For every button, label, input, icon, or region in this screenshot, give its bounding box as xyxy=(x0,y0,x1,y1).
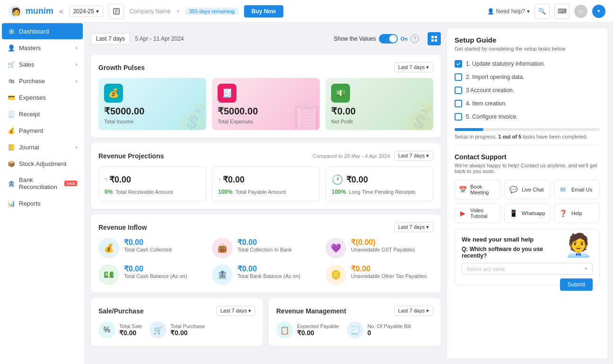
dashboard-main: Last 7 days 5 Apr - 11 Apr 2024 Show the… xyxy=(91,28,441,358)
sidebar-label-reports: Reports xyxy=(19,200,41,207)
revenue-mgmt-row: 📋 Expected Payable ₹0.00 🧾 No. Of Payabl… xyxy=(276,321,433,338)
help-circle-icon[interactable]: ? xyxy=(411,35,419,43)
collapse-button[interactable]: « xyxy=(59,7,63,16)
tax-icon: 🪙 xyxy=(325,264,346,285)
task-checkbox-4[interactable] xyxy=(455,113,462,121)
sale-icon: % xyxy=(98,321,115,338)
task-label-4: 5. Configure invoice. xyxy=(466,113,517,120)
receivable-arrow: ↑ ₹0.00 xyxy=(105,173,200,187)
sidebar-icon-stock: 📦 xyxy=(8,160,15,167)
sidebar-label-stock: Stock Adjustment xyxy=(19,160,66,167)
setup-task-2[interactable]: 3 Account creation. xyxy=(455,84,600,97)
user-menu[interactable]: ▾ xyxy=(592,5,605,18)
arrow-icon-purchase: › xyxy=(76,78,77,84)
content-area: Last 7 days 5 Apr - 11 Apr 2024 Show the… xyxy=(85,23,613,364)
support-book-meeting[interactable]: 📅 Book Meeting xyxy=(455,180,500,199)
revenue-proj-filter[interactable]: Last 7 days ▾ xyxy=(394,151,433,161)
avatar[interactable]: U xyxy=(574,5,587,18)
sidebar-item-dashboard[interactable]: ⊞ Dashboard xyxy=(2,23,83,39)
sidebar-item-masters[interactable]: 👤 Masters › xyxy=(2,40,83,56)
sidebar-label-purchase: Purchase xyxy=(19,78,45,85)
sidebar-item-stock[interactable]: 📦 Stock Adjustment xyxy=(2,156,83,172)
setup-progress-bar-container xyxy=(455,128,600,131)
support-email-us[interactable]: ✉ Email Us xyxy=(554,180,600,199)
setup-title: Setup Guide xyxy=(455,36,600,44)
grid-view-button[interactable] xyxy=(428,32,441,45)
contact-support: Contact Support We're always happy to he… xyxy=(455,153,600,223)
whatsapp-icon: 📱 xyxy=(508,208,519,219)
growth-pulses-filter[interactable]: Last 7 days ▾ xyxy=(394,62,433,72)
support-video-tutorial[interactable]: ▶ Video Tutorial xyxy=(455,203,500,223)
inflow-grid: 💰 ₹0.00 Total Cash Collected 👜 ₹0.00 Tot… xyxy=(98,238,433,285)
setup-progress-text: Setup in progress, 1 out of 5 tasks have… xyxy=(455,134,600,139)
bill-icon: 🧾 xyxy=(347,321,364,338)
show-values-toggle[interactable] xyxy=(379,34,398,43)
setup-task-1[interactable]: 2. Import opening data. xyxy=(455,70,600,84)
sale-purchase-filter[interactable]: Last 7 days ▾ xyxy=(216,306,255,316)
receivable-amount: ↑ ₹0.00 0% Total Receivable Amount xyxy=(98,166,206,201)
search-button[interactable]: 🔍 xyxy=(534,4,550,19)
sidebar-icon-expenses: 💳 xyxy=(8,94,15,101)
sidebar-item-journal[interactable]: 📒 Journal › xyxy=(2,139,83,155)
sidebar-icon-receipt: 🧾 xyxy=(8,110,15,118)
task-checkbox-3[interactable] xyxy=(455,100,462,107)
sidebar: ⊞ Dashboard 👤 Masters › 🛒 Sales › 🛍 Purc… xyxy=(0,23,85,364)
profit-icon: 💵 xyxy=(331,84,350,103)
sidebar-label-sales: Sales xyxy=(19,61,35,68)
expenses-icon: 🧾 xyxy=(218,84,236,103)
small-help-panel: We need your small help Q: Which softwar… xyxy=(455,229,600,286)
buy-now-button[interactable]: Buy Now xyxy=(244,5,283,17)
compared-text: Compared to 29 Mar - 4 Apr 2024 xyxy=(313,153,390,159)
sidebar-icon-masters: 👤 xyxy=(8,44,15,52)
sidebar-item-receipt[interactable]: 🧾 Receipt xyxy=(2,106,83,122)
revenue-mgmt-filter[interactable]: Last 7 days ▾ xyxy=(394,306,433,316)
edit-icon-btn[interactable] xyxy=(109,4,124,19)
growth-pulses-card: Growth Pulses Last 7 days ▾ 💰 ₹5000.00 T… xyxy=(91,55,441,138)
sidebar-label-receipt: Receipt xyxy=(19,111,40,118)
beta-badge: Beta xyxy=(64,181,77,186)
svg-rect-6 xyxy=(431,36,434,38)
year-selector[interactable]: 2024-25 ▾ xyxy=(69,6,103,17)
revenue-inflow-filter[interactable]: Last 7 days ▾ xyxy=(394,222,433,232)
main-area: ⊞ Dashboard 👤 Masters › 🛒 Sales › 🛍 Purc… xyxy=(0,23,613,364)
support-help[interactable]: ❓ Help xyxy=(554,203,600,223)
revenue-inflow-card: Revenue Inflow Last 7 days ▾ 💰 ₹0.00 Tot… xyxy=(91,215,441,293)
topbar-right: 👤 Need help? ▾ 🔍 ⌨ U ▾ xyxy=(487,4,605,19)
net-profit-card: 💵 ₹0.00 Net Profit 💰 xyxy=(325,78,433,130)
task-checkbox-0[interactable] xyxy=(455,60,462,68)
support-grid: 📅 Book Meeting 💬 Live Chat ✉ Email Us ▶ … xyxy=(455,180,600,223)
sidebar-item-reports[interactable]: 📊 Reports xyxy=(2,195,83,211)
gst-icon: 💜 xyxy=(325,238,346,259)
task-checkbox-1[interactable] xyxy=(455,73,462,81)
sidebar-label-dashboard: Dashboard xyxy=(19,28,49,35)
sidebar-icon-reports: 📊 xyxy=(8,199,15,207)
task-checkbox-2[interactable] xyxy=(455,87,462,94)
email-us-label: Email Us xyxy=(571,187,592,192)
help-label: Help xyxy=(571,210,582,216)
arrow-icon-masters: › xyxy=(76,45,77,51)
sidebar-item-bank[interactable]: 🏦 Bank Reconciliation Beta xyxy=(2,172,83,195)
need-help-button[interactable]: 👤 Need help? ▾ xyxy=(487,8,530,15)
setup-task-0[interactable]: 1. Update statutory information. xyxy=(455,57,600,70)
purchase-icon: 🛒 xyxy=(149,321,166,338)
bottom-grid: Sale/Purchase Last 7 days ▾ % Total Sale… xyxy=(91,298,441,352)
revenue-mgmt-title: Revenue Management xyxy=(276,307,346,315)
sidebar-item-expenses[interactable]: 💳 Expenses xyxy=(2,89,83,105)
sidebar-item-purchase[interactable]: 🛍 Purchase › xyxy=(2,73,83,89)
setup-task-4[interactable]: 5. Configure invoice. xyxy=(455,110,600,123)
sidebar-label-bank: Bank Reconciliation xyxy=(19,176,59,191)
support-whatsapp[interactable]: 📱 Whatsapp xyxy=(504,203,550,223)
sale-purchase-title: Sale/Purchase xyxy=(98,307,144,315)
keyboard-button[interactable]: ⌨ xyxy=(554,4,569,19)
date-filter[interactable]: Last 7 days xyxy=(91,33,130,44)
support-live-chat[interactable]: 💬 Live Chat xyxy=(504,180,550,199)
submit-button[interactable]: Submit xyxy=(560,278,593,291)
software-select[interactable]: Select any value ▾ xyxy=(462,263,593,275)
edit-icon xyxy=(113,8,120,15)
gst-payables: 💜 ₹(0.00) Unavoidable GST Payables xyxy=(325,238,433,259)
sidebar-item-payment[interactable]: 💰 Payment xyxy=(2,122,83,139)
setup-task-3[interactable]: 4. Item creation. xyxy=(455,97,600,110)
revenue-inflow-title: Revenue Inflow xyxy=(98,224,147,231)
sidebar-item-sales[interactable]: 🛒 Sales › xyxy=(2,56,83,72)
task-label-0: 1. Update statutory information. xyxy=(466,61,545,67)
